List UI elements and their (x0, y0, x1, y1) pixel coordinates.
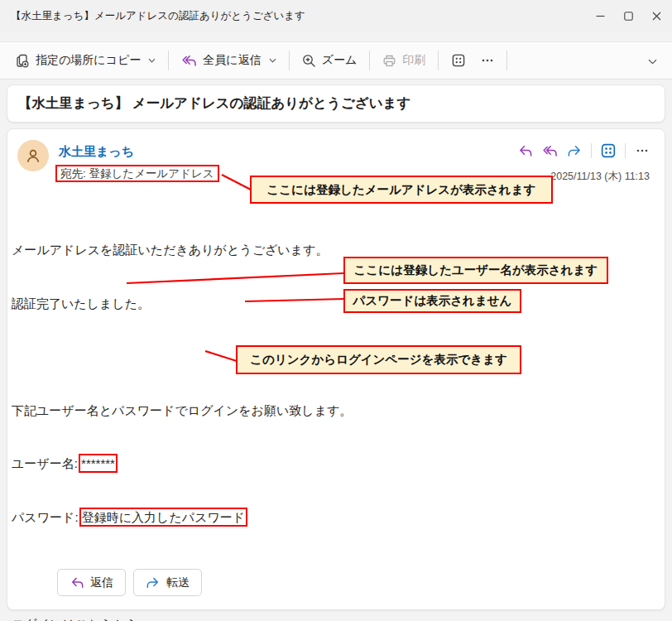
reply-all-button[interactable] (539, 141, 560, 161)
reply-all-icon (542, 144, 558, 158)
sender-avatar[interactable] (17, 140, 49, 171)
footer-actions: 返信 転送 (57, 569, 202, 596)
message-subject: 【水土里まっち】 メールアドレスの認証ありがとうございます (7, 94, 410, 113)
toolbar-separator (168, 51, 169, 70)
apps-grid-button[interactable] (598, 141, 619, 161)
toolbar: 指定の場所にコピー 全員に返信 ズーム (0, 41, 672, 79)
forward-icon (146, 576, 161, 590)
more-options-button[interactable] (473, 49, 502, 72)
close-icon (652, 12, 661, 21)
zoom-label: ズーム (322, 53, 358, 68)
reply-all-icon (181, 54, 197, 68)
reply-button[interactable] (514, 141, 535, 161)
password-value-annotated: 登録時に入力したパスワード (82, 510, 245, 524)
zoom-button[interactable]: ズーム (295, 48, 365, 73)
annotation-email-note: ここには登録したメールアドレスが表示されます (250, 176, 553, 204)
chevron-down-icon (269, 58, 276, 63)
message-date: 2025/11/13 (木) 11:13 (550, 170, 650, 184)
reply-label: 返信 (90, 575, 113, 590)
annotation-link-note: このリンクからログインページを表示できます (236, 345, 521, 374)
grid-icon (600, 142, 617, 159)
more-message-actions-button[interactable] (631, 141, 653, 161)
copy-to-location-button[interactable]: 指定の場所にコピー (8, 48, 163, 73)
sender-name[interactable]: 水土里まっち (59, 144, 134, 160)
username-value-annotated: ******* (81, 456, 115, 470)
action-separator (625, 143, 626, 158)
username-label: ユーザー名: (12, 456, 78, 470)
subject-card: 【水土里まっち】 メールアドレスの認証ありがとうございます (7, 84, 665, 123)
more-horizontal-icon (636, 144, 649, 157)
print-button[interactable]: 印刷 (375, 48, 433, 73)
chevron-down-icon (148, 58, 156, 63)
forward-button-footer[interactable]: 転送 (133, 569, 202, 596)
annotation-username-note: ここには登録したユーザー名が表示されます (343, 257, 608, 284)
body-line: 下記ユーザー名とパスワードでログインをお願い致します。 (12, 402, 540, 420)
forward-icon (567, 144, 583, 158)
grid-icon (451, 53, 466, 68)
more-horizontal-icon (481, 54, 494, 67)
window-controls (586, 0, 670, 31)
minimize-button[interactable] (586, 0, 614, 31)
reply-icon (70, 576, 84, 590)
reply-all-button[interactable]: 全員に返信 (174, 48, 283, 73)
message-action-bar (514, 141, 653, 161)
maximize-button[interactable] (614, 0, 642, 31)
password-line: パスワード: 登録時に入力したパスワード (12, 508, 540, 527)
forward-label: 転送 (166, 575, 190, 590)
person-icon (24, 147, 42, 165)
body-line: ログインはこちらから (12, 615, 540, 621)
title-bar: 【水土里まっち】メールアドレスの認証ありがとうございます (0, 0, 672, 31)
reading-pane-grid-button[interactable] (444, 48, 473, 73)
zoom-icon (302, 54, 316, 68)
window-title: 【水土里まっち】メールアドレスの認証ありがとうございます (0, 9, 305, 23)
toolbar-separator (289, 51, 290, 70)
toolbar-separator (506, 51, 507, 70)
reply-all-label: 全員に返信 (203, 53, 261, 68)
maximize-icon (624, 12, 633, 21)
to-recipient-annotated-box: 宛先: 登録したメールアドレス (55, 165, 219, 182)
minimize-icon (596, 12, 605, 21)
reply-button-footer[interactable]: 返信 (57, 569, 126, 596)
print-label: 印刷 (402, 53, 425, 68)
toolbar-separator (438, 51, 439, 70)
chevron-down-icon (648, 59, 657, 65)
reply-icon (517, 144, 533, 158)
print-icon (382, 54, 396, 68)
copy-to-location-label: 指定の場所にコピー (36, 53, 141, 68)
toolbar-collapse-button[interactable] (648, 53, 664, 68)
action-separator (591, 143, 592, 158)
forward-button[interactable] (564, 141, 585, 161)
password-label: パスワード: (12, 510, 79, 524)
toolbar-separator (369, 51, 370, 70)
annotation-password-note: パスワードは表示されません (343, 289, 521, 313)
close-button[interactable] (642, 0, 670, 31)
username-line: ユーザー名: ******* (12, 455, 540, 473)
mail-reader-window: 【水土里まっち】メールアドレスの認証ありがとうございます 指定の場所にコピー (0, 0, 672, 621)
copy-icon (16, 54, 30, 68)
